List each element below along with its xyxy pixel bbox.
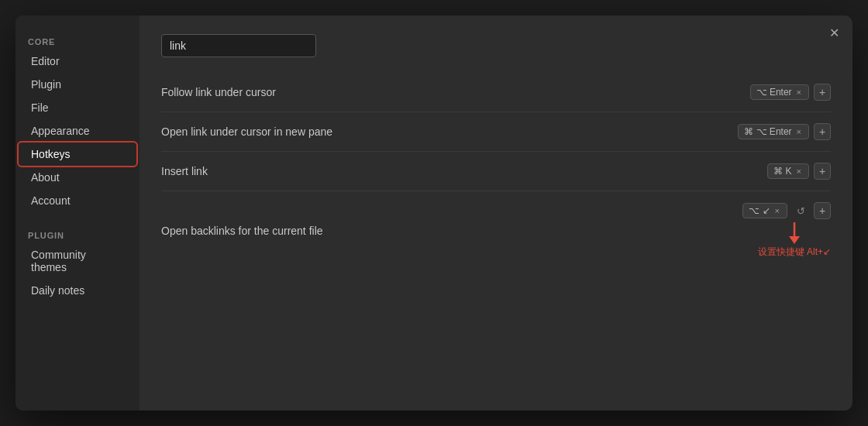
svg-marker-1 <box>789 236 800 244</box>
hotkey-label-follow-link: Follow link under cursor <box>161 86 276 98</box>
hotkey-row-open-link-new-pane: Open link under cursor in new pane ⌘ ⌥ E… <box>161 112 831 152</box>
key-badge-alt-back: ⌥ ↙ × <box>742 203 787 218</box>
sidebar-item-hotkeys[interactable]: Hotkeys <box>19 143 136 166</box>
hotkey-row-follow-link: Follow link under cursor ⌥ Enter × + <box>161 73 831 112</box>
sidebar-item-editor[interactable]: Editor <box>19 50 136 73</box>
core-section-label: CORE <box>16 31 140 50</box>
hotkey-controls-insert-link: ⌘ K × + <box>767 163 831 180</box>
key-badge-cmd-alt-enter: ⌘ ⌥ Enter × <box>738 124 809 139</box>
hotkey-row-insert-link: Insert link ⌘ K × + <box>161 152 831 191</box>
sidebar-item-account[interactable]: Account <box>19 189 136 212</box>
add-hotkey-btn-3[interactable]: + <box>814 163 831 180</box>
add-hotkey-btn-4[interactable]: + <box>814 202 831 219</box>
add-hotkey-btn-2[interactable]: + <box>814 123 831 140</box>
plugin-section-label: PLUGIN <box>16 225 140 243</box>
sidebar-item-daily-notes[interactable]: Daily notes <box>19 279 136 302</box>
restore-hotkey-btn[interactable]: ↺ <box>792 202 809 219</box>
key-badge-alt-enter: ⌥ Enter × <box>750 84 809 100</box>
settings-modal: ✕ CORE Editor Plugin File Appearance Hot… <box>16 15 852 411</box>
sidebar-item-file[interactable]: File <box>19 96 136 119</box>
sidebar-item-community-themes[interactable]: Community themes <box>19 243 136 279</box>
remove-key-btn-2[interactable]: × <box>795 127 803 136</box>
hotkey-label-insert-link: Insert link <box>161 165 208 177</box>
hotkey-row-open-backlinks: Open backlinks for the current file ⌥ ↙ … <box>161 191 831 270</box>
hotkey-controls-follow-link: ⌥ Enter × + <box>750 84 831 101</box>
main-content: Follow link under cursor ⌥ Enter × + Ope… <box>140 15 852 411</box>
sidebar: CORE Editor Plugin File Appearance Hotke… <box>16 15 140 411</box>
sidebar-item-plugin[interactable]: Plugin <box>19 73 136 96</box>
remove-key-btn-3[interactable]: × <box>795 167 803 176</box>
hotkey-label-open-backlinks: Open backlinks for the current file <box>161 225 323 237</box>
remove-key-btn[interactable]: × <box>795 88 803 97</box>
hotkey-label-open-link-new-pane: Open link under cursor in new pane <box>161 125 332 138</box>
annotation-text: 设置快捷键 Alt+↙ <box>758 246 831 259</box>
key-badge-cmd-k: ⌘ K × <box>767 163 809 179</box>
sidebar-item-appearance[interactable]: Appearance <box>19 119 136 143</box>
add-hotkey-btn[interactable]: + <box>814 84 831 101</box>
remove-key-btn-4[interactable]: × <box>773 206 781 215</box>
search-input[interactable] <box>161 34 316 57</box>
hotkey-controls-open-backlinks: ⌥ ↙ × ↺ + <box>742 202 831 219</box>
sidebar-item-about[interactable]: About <box>19 166 136 189</box>
close-button[interactable]: ✕ <box>826 25 842 40</box>
hotkey-controls-open-link-new-pane: ⌘ ⌥ Enter × + <box>738 123 831 140</box>
red-arrow-icon <box>787 222 802 246</box>
